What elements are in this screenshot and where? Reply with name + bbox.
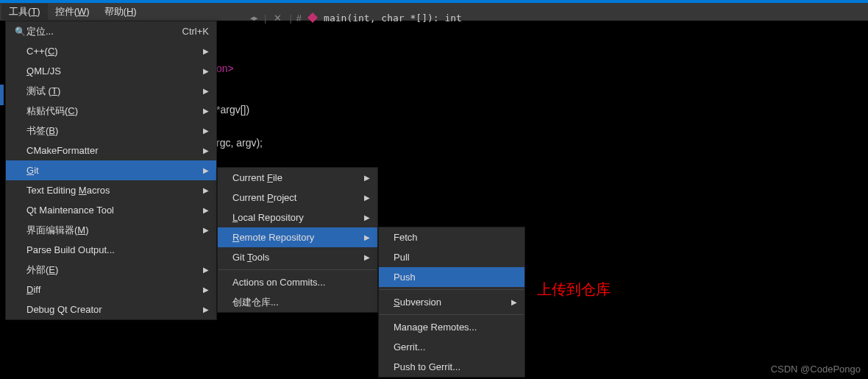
git-submenu: Current File ▶ Current Project ▶ Local R… [217, 167, 378, 313]
code-fragment: *argv[]) [216, 104, 249, 116]
menu-item-locate[interactable]: 🔍 定位... Ctrl+K [6, 21, 216, 41]
menu-help[interactable]: 帮助(H) [97, 4, 144, 20]
menu-item-external[interactable]: 外部(E) ▶ [6, 260, 216, 280]
divider: | [289, 13, 291, 24]
menu-separator [380, 314, 524, 315]
submenu-arrow-icon: ▶ [364, 194, 370, 202]
menu-item-subversion[interactable]: Subversion ▶ [379, 292, 524, 312]
code-fragment: on> [216, 63, 234, 74]
submenu-arrow-icon: ▶ [203, 87, 209, 95]
submenu-arrow-icon: ▶ [203, 206, 209, 214]
submenu-arrow-icon: ▶ [203, 146, 209, 155]
menu-item-git-tools[interactable]: Git Tools ▶ [218, 247, 377, 267]
code-editor[interactable]: on> *argv[]) rgc, argv); [216, 29, 263, 151]
menu-item-push[interactable]: Push [379, 267, 524, 287]
submenu-arrow-icon: ▶ [364, 213, 370, 222]
menu-item-form-editor[interactable]: 界面编辑器(M) ▶ [6, 220, 216, 240]
remote-repo-submenu: Fetch Pull Push Subversion ▶ Manage Remo… [378, 227, 525, 378]
submenu-arrow-icon: ▶ [364, 233, 370, 241]
menu-item-push-gerrit[interactable]: Push to Gerrit... [379, 357, 524, 377]
submenu-arrow-icon: ▶ [203, 305, 209, 314]
tools-menu: 🔍 定位... Ctrl+K C++(C) ▶ QML/JS ▶ 测试 (T) … [5, 21, 217, 320]
menu-tools[interactable]: 工具(T) [1, 4, 48, 20]
submenu-arrow-icon: ▶ [203, 107, 209, 115]
menu-item-git[interactable]: Git ▶ [6, 160, 216, 180]
menu-item-qt-maintenance[interactable]: Qt Maintenance Tool ▶ [6, 200, 216, 220]
diamond-icon [307, 13, 318, 23]
menu-item-paste-code[interactable]: 粘贴代码(C) ▶ [6, 101, 216, 121]
nav-arrows[interactable]: ◂ ▸ [250, 13, 257, 23]
menu-widgets[interactable]: 控件(W) [48, 4, 97, 20]
menu-item-local-repo[interactable]: Local Repository ▶ [218, 208, 377, 227]
close-icon[interactable]: ✕ [274, 13, 282, 24]
submenu-arrow-icon: ▶ [203, 286, 209, 294]
watermark: CSDN @CodePongo [771, 364, 861, 375]
menu-item-cmakeformatter[interactable]: CMakeFormatter ▶ [6, 141, 216, 160]
left-selection-edge [0, 85, 4, 105]
breadcrumb-bar: ◂ ▸ | ✕ | # main(int, char *[]): int [250, 10, 868, 26]
menu-item-diff[interactable]: Diff ▶ [6, 280, 216, 300]
menu-item-remote-repo[interactable]: Remote Repository ▶ [218, 227, 377, 247]
divider: | [264, 13, 266, 24]
function-signature[interactable]: main(int, char *[]): int [324, 13, 462, 24]
code-fragment: rgc, argv); [216, 137, 263, 149]
menu-item-parse-build[interactable]: Parse Build Output... [6, 240, 216, 260]
hash-icon: # [296, 13, 302, 24]
submenu-arrow-icon: ▶ [203, 127, 209, 135]
submenu-arrow-icon: ▶ [511, 298, 517, 306]
menu-item-current-file[interactable]: Current File ▶ [218, 168, 377, 188]
menu-separator [380, 289, 524, 290]
menu-item-debug-qtcreator[interactable]: Debug Qt Creator ▶ [6, 300, 216, 319]
submenu-arrow-icon: ▶ [364, 253, 370, 261]
menu-item-manage-remotes[interactable]: Manage Remotes... [379, 317, 524, 337]
submenu-arrow-icon: ▶ [203, 67, 209, 75]
submenu-arrow-icon: ▶ [203, 166, 209, 174]
submenu-arrow-icon: ▶ [203, 47, 209, 55]
menu-item-current-project[interactable]: Current Project ▶ [218, 188, 377, 208]
menu-item-qml[interactable]: QML/JS ▶ [6, 61, 216, 81]
menu-item-test[interactable]: 测试 (T) ▶ [6, 81, 216, 101]
shortcut-label: Ctrl+K [182, 26, 209, 37]
menu-item-cpp[interactable]: C++(C) ▶ [6, 41, 216, 61]
menu-item-gerrit[interactable]: Gerrit... [379, 337, 524, 357]
menu-item-text-macros[interactable]: Text Editing Macros ▶ [6, 180, 216, 200]
submenu-arrow-icon: ▶ [203, 226, 209, 234]
menu-item-create-repo[interactable]: 创建仓库... [218, 292, 377, 312]
menu-item-actions-commits[interactable]: Actions on Commits... [218, 272, 377, 292]
menu-item-pull[interactable]: Pull [379, 247, 524, 267]
annotation-text: 上传到仓库 [537, 280, 611, 300]
submenu-arrow-icon: ▶ [203, 186, 209, 194]
menu-item-bookmarks[interactable]: 书签(B) ▶ [6, 121, 216, 141]
menu-separator [218, 269, 377, 270]
submenu-arrow-icon: ▶ [203, 266, 209, 274]
search-icon: 🔍 [13, 26, 26, 37]
menu-item-fetch[interactable]: Fetch [379, 227, 524, 247]
submenu-arrow-icon: ▶ [364, 174, 370, 182]
